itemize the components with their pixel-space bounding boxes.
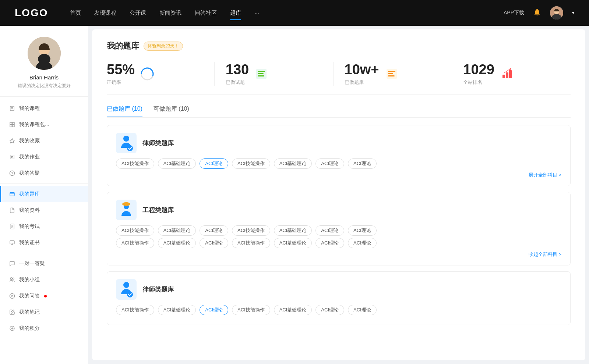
- collapse-toggle-engineer[interactable]: 收起全部科目 >: [116, 251, 561, 258]
- tag[interactable]: ACI技能操作: [232, 225, 270, 236]
- menu-divider-2: [0, 253, 88, 253]
- menu-qa-mine-label: 我的答疑: [19, 170, 40, 176]
- user-avatar[interactable]: [550, 6, 563, 19]
- menu-exam[interactable]: 我的考试: [0, 218, 88, 235]
- stat-questions-value: 130 已做试题: [226, 62, 249, 86]
- tag[interactable]: ACI理论: [315, 225, 344, 236]
- lawyer-bank-icon-1: [116, 133, 137, 153]
- bank-name-lawyer-1: 律师类题库: [142, 139, 174, 147]
- menu-group[interactable]: 我的小组: [0, 272, 88, 288]
- nav-home[interactable]: 首页: [70, 8, 81, 18]
- main-layout: Brian Harris 错误的决定比没有决定要好 我的课程 我的课程包...: [0, 26, 589, 364]
- tag[interactable]: ACI基础理论: [158, 305, 196, 315]
- tab-done[interactable]: 已做题库 (10): [107, 105, 142, 117]
- nav-more[interactable]: ···: [254, 8, 259, 18]
- menu-bank[interactable]: 我的题库: [0, 186, 88, 202]
- menu-points[interactable]: 我的积分: [0, 320, 88, 336]
- tag[interactable]: ACI理论: [348, 158, 377, 169]
- menu-homework[interactable]: 我的作业: [0, 149, 88, 165]
- course-icon: [9, 105, 15, 112]
- bank-tags-engineer-row1: ACI技能操作 ACI基础理论 ACI理论 ACI技能操作 ACI基础理论 AC…: [116, 225, 561, 236]
- menu-divider-1: [0, 183, 88, 184]
- svg-rect-33: [388, 73, 393, 74]
- accuracy-icon: [140, 67, 155, 81]
- nav-bank[interactable]: 题库: [230, 8, 241, 18]
- stat-ranking: 1029 全站排名: [452, 62, 571, 86]
- tag[interactable]: ACI技能操作: [116, 225, 154, 236]
- tag[interactable]: ACI基础理论: [158, 225, 196, 236]
- tag[interactable]: ACI技能操作: [232, 238, 270, 248]
- tabs-row: 已做题库 (10) 可做题库 (10): [107, 105, 571, 118]
- menu-package[interactable]: 我的课程包...: [0, 117, 88, 133]
- svg-rect-28: [258, 71, 265, 72]
- nav-news[interactable]: 新闻资讯: [159, 8, 181, 18]
- tag-active[interactable]: ACI理论: [200, 158, 228, 169]
- user-menu-chevron[interactable]: ▾: [572, 10, 574, 15]
- tag[interactable]: ACI理论: [315, 238, 344, 248]
- sidebar: Brian Harris 错误的决定比没有决定要好 我的课程 我的课程包...: [0, 26, 88, 364]
- page-title: 我的题库: [107, 40, 139, 51]
- star-icon: [9, 138, 15, 144]
- sidebar-menu: 我的课程 我的课程包... 我的收藏 我的作业: [0, 97, 88, 340]
- tag[interactable]: ACI基础理论: [274, 225, 312, 236]
- app-download-button[interactable]: APP下载: [504, 10, 524, 16]
- notification-dot: [44, 295, 47, 297]
- tag[interactable]: ACI技能操作: [116, 158, 154, 169]
- menu-questions-label: 我的问答: [19, 293, 40, 299]
- menu-questions[interactable]: 我的问答: [0, 288, 88, 304]
- tag[interactable]: ACI理论: [200, 225, 228, 236]
- notification-bell[interactable]: [533, 8, 541, 18]
- stat-ranking-value: 1029 全站排名: [463, 62, 494, 86]
- menu-group-label: 我的小组: [19, 276, 40, 283]
- tag[interactable]: ACI基础理论: [158, 238, 196, 248]
- tag[interactable]: ACI理论: [348, 305, 377, 315]
- tag[interactable]: ACI理论: [200, 238, 228, 248]
- menu-one-on-one[interactable]: 一对一答疑: [0, 256, 88, 272]
- tag[interactable]: ACI理论: [315, 158, 344, 169]
- page-header: 我的题库 体验剩余23天！: [107, 40, 571, 51]
- tag[interactable]: ACI理论: [348, 225, 377, 236]
- svg-rect-9: [10, 122, 12, 124]
- banks-icon: [384, 67, 399, 81]
- menu-course-label: 我的课程: [19, 105, 40, 112]
- tag[interactable]: ACI基础理论: [274, 238, 312, 248]
- menu-course[interactable]: 我的课程: [0, 100, 88, 117]
- menu-materials[interactable]: 我的资料: [0, 202, 88, 218]
- ranking-icon: [500, 67, 514, 81]
- expand-toggle-lawyer-1[interactable]: 展开全部科目 >: [116, 172, 561, 178]
- bank-tags-engineer-row2: ACI技能操作 ACI基础理论 ACI理论 ACI技能操作 ACI基础理论 AC…: [116, 238, 561, 248]
- menu-qa-mine[interactable]: 我的答疑: [0, 165, 88, 181]
- tag[interactable]: ACI理论: [348, 238, 377, 248]
- tag[interactable]: ACI技能操作: [232, 305, 270, 315]
- bank-card-engineer-header: 工程类题库: [116, 200, 561, 220]
- svg-point-22: [13, 278, 14, 279]
- exam-icon: [9, 223, 15, 230]
- nav-discover[interactable]: 发现课程: [94, 8, 116, 18]
- profile-motto: 错误的决定比没有决定要好: [18, 83, 71, 89]
- bank-tags-lawyer-1: ACI技能操作 ACI基础理论 ACI理论 ACI技能操作 ACI基础理论 AC…: [116, 158, 561, 169]
- nav-open-course[interactable]: 公开课: [130, 8, 146, 18]
- tag[interactable]: ACI基础理论: [274, 158, 312, 169]
- logo: LOGO: [15, 7, 48, 19]
- menu-favorites[interactable]: 我的收藏: [0, 133, 88, 149]
- tag[interactable]: ACI技能操作: [116, 305, 154, 315]
- tag[interactable]: ACI理论: [315, 305, 344, 315]
- tab-available[interactable]: 可做题库 (10): [154, 105, 189, 117]
- svg-point-21: [10, 278, 12, 279]
- avatar: [28, 37, 61, 70]
- tag[interactable]: ACI技能操作: [116, 238, 154, 248]
- svg-rect-15: [10, 192, 14, 196]
- tag-active[interactable]: ACI理论: [200, 305, 228, 315]
- qa-icon: [9, 293, 15, 299]
- stats-row: 55% 正确率 130 已做试题: [107, 62, 571, 95]
- svg-rect-34: [388, 75, 395, 76]
- bank-tags-lawyer-2: ACI技能操作 ACI基础理论 ACI理论 ACI技能操作 ACI基础理论 AC…: [116, 305, 561, 315]
- tag[interactable]: ACI基础理论: [158, 158, 196, 169]
- tag[interactable]: ACI基础理论: [274, 305, 312, 315]
- bank-name-engineer: 工程类题库: [142, 206, 174, 214]
- tag[interactable]: ACI技能操作: [232, 158, 270, 169]
- menu-notes[interactable]: 我的笔记: [0, 304, 88, 320]
- nav-qa[interactable]: 问答社区: [195, 8, 217, 18]
- svg-point-19: [12, 244, 13, 245]
- menu-cert[interactable]: 我的证书: [0, 235, 88, 251]
